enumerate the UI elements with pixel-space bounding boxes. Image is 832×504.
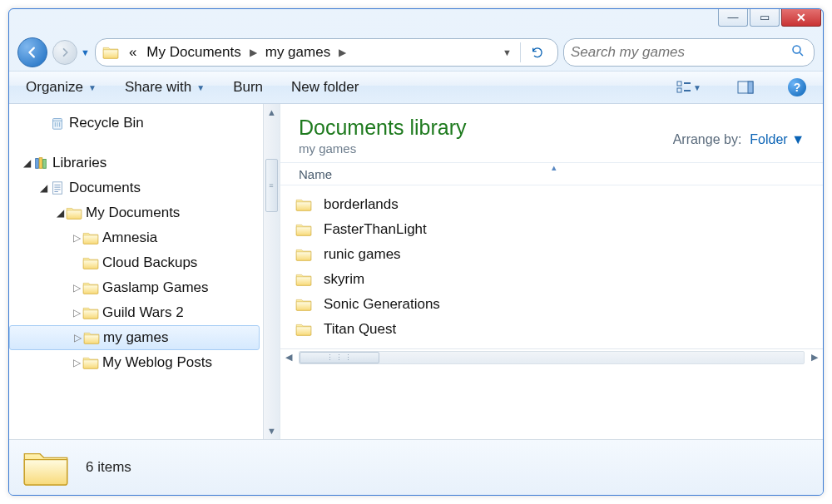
command-bar: Organize ▼ Share with ▼ Burn New folder … <box>9 71 823 104</box>
expander-icon[interactable]: ◢ <box>21 157 32 169</box>
file-list: borderlandsFasterThanLightrunic gamessky… <box>280 185 823 348</box>
expander-icon[interactable]: ▷ <box>71 307 82 319</box>
scroll-thumb[interactable]: ⋮⋮⋮ <box>300 352 379 363</box>
list-item[interactable]: skyrim <box>295 267 808 292</box>
forward-button[interactable] <box>52 40 77 65</box>
search-box[interactable] <box>563 38 815 67</box>
chevron-right-icon[interactable]: ▶ <box>337 47 348 58</box>
preview-pane-button[interactable] <box>731 76 760 99</box>
library-title: Documents library <box>299 116 466 140</box>
chevron-right-icon[interactable]: ▶ <box>248 47 259 58</box>
expander-icon[interactable]: ▷ <box>71 282 82 294</box>
folder-icon <box>82 256 99 269</box>
tree-item[interactable]: ▷Gaslamp Games <box>9 275 263 300</box>
address-bar[interactable]: « My Documents ▶ my games ▶ ▼ <box>95 38 558 67</box>
maximize-button[interactable]: ▭ <box>750 8 780 27</box>
minimize-button[interactable]: — <box>718 8 748 27</box>
tree-item-label: Amnesia <box>102 230 157 246</box>
tree-item[interactable]: ▷Amnesia <box>9 225 263 250</box>
folder-icon <box>82 356 99 369</box>
scroll-down-icon[interactable]: ▼ <box>264 422 280 439</box>
scroll-right-icon[interactable]: ▶ <box>806 352 823 363</box>
tree-item-label: Cloud Backups <box>102 254 197 271</box>
organize-menu[interactable]: Organize ▼ <box>26 79 97 96</box>
nav-scrollbar[interactable]: ▲ ≡ ▼ <box>263 104 280 439</box>
back-button[interactable] <box>17 37 47 67</box>
svg-rect-7 <box>677 88 681 92</box>
scroll-up-icon[interactable]: ▲ <box>264 104 280 121</box>
burn-button[interactable]: Burn <box>233 79 263 96</box>
chevron-down-icon: ▼ <box>791 132 805 146</box>
folder-icon <box>82 281 99 294</box>
file-name: FasterThanLight <box>324 221 427 238</box>
details-pane: 6 items <box>9 440 823 495</box>
scroll-left-icon[interactable]: ◀ <box>280 352 297 363</box>
folder-icon <box>82 306 99 319</box>
breadcrumb-overflow[interactable]: « <box>126 42 140 62</box>
tree-item-label: My Weblog Posts <box>102 354 212 371</box>
column-header-name[interactable]: Name ▴ <box>280 162 823 185</box>
tree-item-recycle-bin[interactable]: Recycle Bin <box>9 111 263 136</box>
file-name: Sonic Generations <box>324 296 440 313</box>
scroll-track[interactable]: ≡ <box>264 121 280 422</box>
expander-icon[interactable]: ▷ <box>71 232 82 244</box>
arrange-by-label: Arrange by: <box>673 132 742 147</box>
address-bar-row: ▼ « My Documents ▶ my games ▶ ▼ <box>9 34 823 71</box>
folder-icon <box>82 231 99 245</box>
svg-point-5 <box>793 46 800 53</box>
titlebar: — ▭ ✕ <box>9 9 823 34</box>
library-subtitle: my games <box>299 141 466 156</box>
file-name: runic games <box>324 246 401 263</box>
list-item[interactable]: runic games <box>295 242 808 267</box>
search-icon[interactable] <box>790 43 805 62</box>
expander-icon[interactable]: ◢ <box>37 182 49 194</box>
list-item[interactable]: FasterThanLight <box>295 217 808 242</box>
tree-item-my-documents[interactable]: ◢ My Documents <box>9 200 263 225</box>
tree-item[interactable]: ▷my games <box>9 325 260 350</box>
file-name: borderlands <box>324 196 399 213</box>
navigation-pane: Recycle Bin ◢ Libraries ◢ Documents ◢ My… <box>9 104 280 439</box>
tree-item[interactable]: Cloud Backups <box>9 250 263 275</box>
folder-icon <box>295 298 312 311</box>
arrange-by-control[interactable]: Arrange by: Folder ▼ <box>673 132 805 147</box>
scroll-thumb[interactable]: ≡ <box>265 159 278 212</box>
list-item[interactable]: borderlands <box>295 192 808 217</box>
new-folder-button[interactable]: New folder <box>291 79 359 96</box>
file-name: Titan Quest <box>324 321 396 338</box>
tree-item-label: my games <box>103 329 168 346</box>
share-with-menu[interactable]: Share with ▼ <box>125 79 205 96</box>
file-name: skyrim <box>324 271 364 288</box>
svg-rect-6 <box>677 82 681 86</box>
view-mode-button[interactable]: ▼ <box>675 76 703 99</box>
tree-item[interactable]: ▷My Weblog Posts <box>9 350 263 375</box>
breadcrumb-level2[interactable]: my games <box>262 42 334 62</box>
folder-icon <box>83 331 100 344</box>
folder-icon <box>295 273 312 286</box>
folder-icon <box>66 206 82 220</box>
help-button[interactable]: ? <box>788 78 806 96</box>
list-item[interactable]: Sonic Generations <box>295 292 808 317</box>
tree-item-documents[interactable]: ◢ Documents <box>9 175 263 200</box>
refresh-button[interactable] <box>524 46 551 59</box>
item-count: 6 items <box>86 459 131 476</box>
expander-icon[interactable]: ◢ <box>54 207 66 219</box>
expander-icon[interactable]: ▷ <box>72 332 83 343</box>
tree-item[interactable]: ▷Guild Wars 2 <box>9 300 263 325</box>
folder-icon <box>295 323 312 336</box>
search-input[interactable] <box>571 44 807 61</box>
scroll-track[interactable]: ⋮⋮⋮ <box>299 351 805 364</box>
libraries-icon <box>32 156 49 170</box>
sort-ascending-icon: ▴ <box>552 162 557 173</box>
history-dropdown[interactable]: ▼ <box>81 47 90 57</box>
folder-icon <box>295 248 312 261</box>
recycle-bin-icon <box>49 116 66 131</box>
tree-item-label: Gaslamp Games <box>102 279 209 296</box>
horizontal-scrollbar[interactable]: ◀ ⋮⋮⋮ ▶ <box>280 348 823 365</box>
address-dropdown[interactable]: ▼ <box>498 47 517 57</box>
svg-rect-9 <box>748 82 753 93</box>
list-item[interactable]: Titan Quest <box>295 317 808 342</box>
expander-icon[interactable]: ▷ <box>71 357 82 368</box>
tree-item-libraries[interactable]: ◢ Libraries <box>9 151 263 175</box>
close-button[interactable]: ✕ <box>781 8 821 27</box>
breadcrumb-level1[interactable]: My Documents <box>143 42 244 62</box>
